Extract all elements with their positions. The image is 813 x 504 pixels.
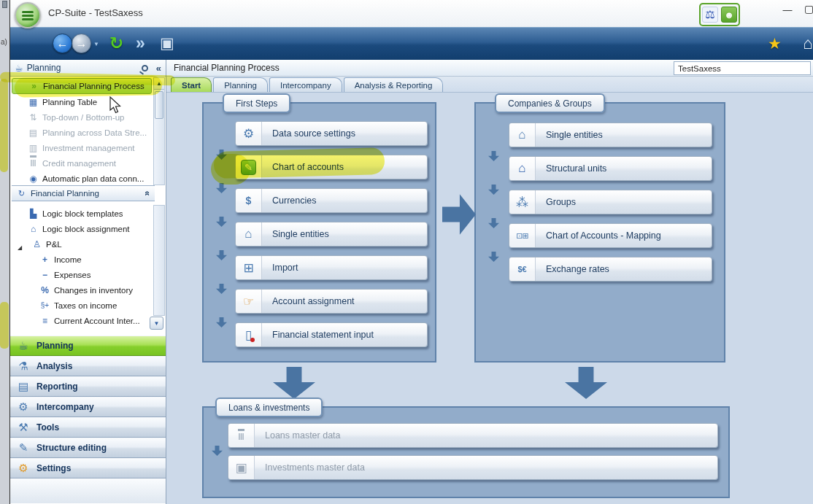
tree-item-planning-table[interactable]: ▦ Planning Table	[12, 94, 152, 109]
process-arrow-icon: »	[28, 81, 39, 91]
button-chart-of-accounts[interactable]: ✎ Chart of accounts	[235, 155, 428, 179]
title-bar: CP-Suite - TestSaxess ⚖ ☻ — ▢	[10, 0, 813, 27]
tab-intercompany[interactable]: Intercompany	[269, 77, 342, 92]
process-canvas: First Steps ⚙ Data source settings ✎ Cha…	[166, 93, 813, 504]
collapse-sidebar-icon[interactable]: «	[156, 63, 161, 74]
investments-icon: ▣	[228, 456, 255, 479]
top-down-icon: ⇅	[28, 112, 39, 123]
flow-arrow-down-icon	[216, 317, 227, 327]
button-financial-statement-input[interactable]: ▯ Financial statement input	[235, 322, 428, 347]
nav-item-structure-editing[interactable]: ✎ Structure editing	[10, 438, 166, 458]
button-account-assignment[interactable]: ☞ Account assignment	[235, 289, 428, 314]
nav-item-tools[interactable]: ⚒ Tools	[10, 417, 166, 438]
tree-item-automatic-plan-data-connector[interactable]: ◉ Automatic plan data conn...	[12, 171, 152, 186]
bank-icon: Ⅲ	[228, 424, 255, 447]
favorites-star-icon[interactable]: ★	[768, 35, 782, 53]
house-icon: ⌂	[509, 123, 536, 147]
tree-item-credit-management[interactable]: Ⅲ Credit management	[12, 155, 152, 171]
content-header: Financial Planning Process	[166, 60, 813, 77]
house-icon: ⌂	[236, 222, 262, 246]
collapse-group-icon[interactable]: «	[143, 191, 153, 196]
tree-item-changes-in-inventory[interactable]: % Changes in inventory	[12, 282, 152, 298]
tree-item-logic-block-templates[interactable]: ▙ Logic block templates	[12, 206, 152, 221]
button-loans-master-data[interactable]: Ⅲ Loans master data	[228, 423, 718, 448]
tab-start[interactable]: Start	[171, 77, 212, 92]
scroll-down-button[interactable]: ▼	[150, 317, 163, 330]
maximize-button[interactable]: ▢	[804, 3, 813, 18]
gears-icon: ⚙	[16, 400, 31, 414]
cp-suite-logo-icon	[15, 2, 41, 28]
page-title: Financial Planning Process	[174, 63, 280, 73]
nav-item-analysis[interactable]: ⚗ Analysis	[10, 356, 166, 376]
button-currencies[interactable]: $ Currencies	[235, 188, 428, 213]
back-button[interactable]: ←	[53, 34, 72, 53]
module-nav: ☕ Planning ⚗ Analysis ▤ Reporting ⚙ Inte…	[10, 336, 166, 503]
button-groups[interactable]: ⁂ Groups	[509, 190, 712, 214]
mapping-blocks-icon: ⊡⊞	[509, 224, 536, 247]
group-header-financial-planning[interactable]: ↻ Financial Planning «	[12, 185, 155, 201]
gear-icon: ⚙	[16, 462, 31, 475]
import-table-icon: ⊞	[236, 256, 262, 279]
tree-item-pnl[interactable]: ◢ ♙ P&L	[12, 236, 152, 252]
button-exchange-rates[interactable]: $€ Exchange rates	[509, 257, 712, 282]
button-structural-units[interactable]: ⌂ Structural units	[509, 156, 712, 181]
flow-arrow-right-icon	[442, 193, 476, 236]
context-selector-input[interactable]	[674, 61, 811, 75]
flow-arrow-down-icon	[216, 217, 227, 227]
nav-item-planning[interactable]: ☕ Planning	[10, 336, 166, 356]
background-window-strip: a)	[0, 0, 10, 504]
tree-item-expenses[interactable]: − Expenses	[12, 267, 152, 282]
income-plus-icon: +	[39, 255, 50, 265]
refresh-button[interactable]: ↻	[109, 34, 123, 53]
scroll-up-button[interactable]: ▲	[154, 78, 164, 90]
nav-item-settings[interactable]: ⚙ Settings	[10, 458, 166, 478]
pencil-icon: ✎	[16, 441, 31, 454]
balance-tool-icon[interactable]: ⚖	[702, 7, 718, 23]
fast-forward-button[interactable]: »	[136, 34, 144, 53]
tree-item-income[interactable]: + Income	[12, 252, 152, 267]
home-icon[interactable]: ⌂	[803, 34, 813, 53]
panel-title: First Steps	[223, 93, 290, 113]
notification-tray: ⚖ ☻	[699, 3, 740, 26]
tree-item-current-account-interest[interactable]: ≡ Current Account Inter...	[12, 313, 152, 328]
pointing-hand-icon: ☞	[236, 290, 262, 313]
scrollbar-thumb[interactable]	[155, 91, 163, 119]
tree-scrollbar[interactable]: ▲	[153, 77, 165, 185]
tab-planning[interactable]: Planning	[213, 77, 268, 92]
flow-arrow-down-icon	[212, 446, 223, 456]
tree2-scrollbar[interactable]	[153, 205, 165, 316]
button-data-source-settings[interactable]: ⚙ Data source settings	[235, 121, 428, 146]
tree-item-logic-block-assignment[interactable]: ⌂ Logic block assignment	[12, 221, 152, 236]
tree-item-financial-planning-process[interactable]: » Financial Planning Process	[12, 78, 152, 94]
expander-icon[interactable]: ◢	[18, 244, 22, 251]
currency-list-icon: $	[236, 189, 262, 212]
panel-title: Companies & Groups	[495, 93, 605, 113]
planning-header-icon: ☕	[15, 63, 23, 74]
search-icon[interactable]	[142, 65, 148, 71]
button-single-entities[interactable]: ⌂ Single entities	[235, 222, 428, 247]
taxes-icon: §+	[39, 301, 50, 309]
logic-assignment-icon: ⌂	[28, 224, 39, 234]
flow-arrow-down-icon	[488, 218, 499, 228]
layout-button[interactable]: ▣	[160, 34, 174, 53]
tree-item-taxes-on-income[interactable]: §+ Taxes on income	[12, 298, 152, 313]
mouse-cursor	[109, 96, 123, 115]
button-investments-master-data[interactable]: ▣ Investments master data	[228, 455, 718, 480]
users-tool-icon[interactable]: ☻	[721, 7, 737, 23]
forward-button[interactable]: →	[72, 34, 91, 53]
expenses-minus-icon: −	[39, 270, 50, 280]
history-dropdown-icon[interactable]: ▼	[93, 41, 99, 47]
button-chart-of-accounts-mapping[interactable]: ⊡⊞ Chart of Accounts - Mapping	[509, 223, 712, 248]
nav-item-intercompany[interactable]: ⚙ Intercompany	[10, 397, 166, 417]
button-import[interactable]: ⊞ Import	[235, 255, 428, 280]
nav-item-reporting[interactable]: ▤ Reporting	[10, 376, 166, 397]
tree-item-top-down-bottom-up[interactable]: ⇅ Top-down / Bottom-up	[12, 109, 152, 125]
tab-analysis-reporting[interactable]: Analysis & Reporting	[344, 77, 444, 92]
main-toolbar: ← → ▼ ↻ » ▣ ★ ⌂	[10, 27, 813, 60]
pnl-icon: ♙	[31, 239, 42, 249]
tree-item-investment-management[interactable]: ▥ Investment management	[12, 140, 152, 155]
tree-item-planning-across-data-streams[interactable]: ▤ Planning across Data Stre...	[12, 125, 152, 140]
button-single-entities-groups[interactable]: ⌂ Single entities	[509, 123, 712, 147]
building-icon: ⌂	[509, 157, 536, 180]
minimize-button[interactable]: —	[778, 4, 797, 19]
